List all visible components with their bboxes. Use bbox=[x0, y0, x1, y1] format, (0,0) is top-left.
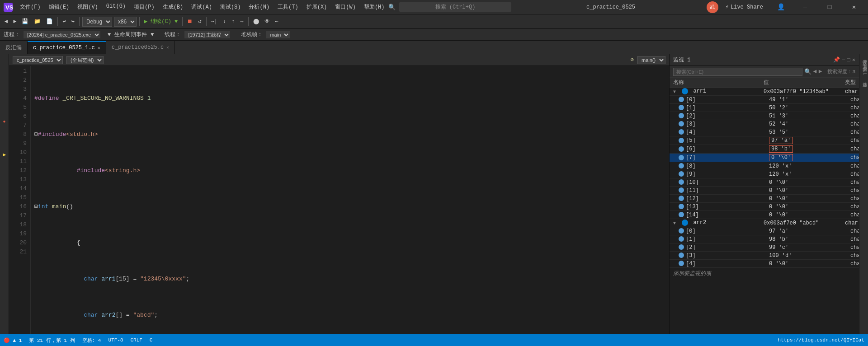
watch-arr1-11[interactable]: [11] 0 '\0' char bbox=[670, 187, 859, 195]
watch-close-icon[interactable]: ✕ bbox=[852, 56, 855, 63]
watch-arr2-2[interactable]: [2] 99 'c' char bbox=[670, 243, 859, 252]
search-magnify-icon[interactable]: 🔍 bbox=[804, 68, 811, 75]
menu-tools[interactable]: 工具(T) bbox=[274, 1, 302, 13]
menu-project[interactable]: 项目(P) bbox=[130, 1, 158, 13]
watch-arr1-13[interactable]: [13] 0 '\0' char bbox=[670, 203, 859, 211]
menu-window[interactable]: 窗口(W) bbox=[331, 1, 359, 13]
watch-arr1-8[interactable]: [8] 120 'x' char bbox=[670, 162, 859, 170]
editor-content[interactable]: 1 2 3 4 5 6 7 8 9 10 11 12 13 14 15 16 1… bbox=[9, 66, 669, 334]
save-button[interactable]: 💾 bbox=[20, 17, 30, 26]
stack-select[interactable]: main bbox=[266, 31, 290, 38]
watch-content[interactable]: ▼ arr1 0x003af7f0 "12345ab" char[15] [0]… bbox=[670, 88, 859, 334]
menu-debug[interactable]: 调试(A) bbox=[188, 1, 216, 13]
watch-arr1-7[interactable]: [7] 0 '\0' char bbox=[670, 154, 859, 162]
menu-test[interactable]: 测试(S) bbox=[217, 1, 245, 13]
sidebar-filter[interactable]: 筛选 bbox=[859, 77, 868, 80]
watch-arr2-1[interactable]: [1] 98 'b' char bbox=[670, 235, 859, 243]
tab-decompile[interactable]: 反汇编 bbox=[0, 41, 28, 54]
watch-arr1-5[interactable]: [5] 97 'a' char bbox=[670, 136, 859, 145]
step-into[interactable]: ↓ bbox=[221, 18, 228, 26]
main-toolbar: ◄ ► 💾 📁 📄 ↩ ↪ Debug x86 ▶ 继续(C) ▼ ⏹ ↺ →|… bbox=[0, 14, 868, 29]
watch-arr1-row[interactable]: ▼ arr1 0x003af7f0 "12345ab" char[15] bbox=[670, 88, 859, 96]
redo-button[interactable]: ↪ bbox=[70, 17, 76, 26]
step-over[interactable]: →| bbox=[209, 18, 219, 26]
undo-button[interactable]: ↩ bbox=[61, 17, 67, 26]
menu-build[interactable]: 生成(B) bbox=[159, 1, 187, 13]
watch-minimize-icon[interactable]: ─ bbox=[842, 57, 845, 63]
menu-git[interactable]: Git(G) bbox=[103, 1, 129, 13]
title-bar-title: c_practice_0525 bbox=[515, 4, 706, 10]
watch-arr2-row[interactable]: ▼ arr2 0x003af7e0 "abcd" char[5] bbox=[670, 219, 859, 227]
watch-arr1-12[interactable]: [12] 0 '\0' char bbox=[670, 195, 859, 203]
watch-arr1-1[interactable]: [1] 50 '2' char bbox=[670, 104, 859, 112]
search-nav-forward[interactable]: ► bbox=[819, 68, 822, 75]
process-label: 进程： bbox=[4, 31, 20, 38]
search-nav-back[interactable]: ◄ bbox=[813, 68, 817, 75]
restart-button[interactable]: ↺ bbox=[196, 17, 203, 26]
new-file[interactable]: 📄 bbox=[44, 17, 55, 26]
watch-arr1-2[interactable]: [2] 51 '3' char bbox=[670, 112, 859, 120]
breakpoint-button[interactable]: ⬤ bbox=[251, 17, 261, 26]
watch-arr1-14[interactable]: [14] 0 '\0' char bbox=[670, 211, 859, 219]
person-icon-btn[interactable]: 👤 bbox=[770, 0, 791, 14]
watch-arr1-3[interactable]: [3] 52 '4' char bbox=[670, 120, 859, 128]
watch-panel: 监视 1 📌 ─ □ ✕ 🔍 ◄ ► 搜索深度：3 名称 值 类型 ▼ bbox=[669, 54, 859, 334]
process-select[interactable]: [20264] c_practice_0525.exe bbox=[24, 31, 100, 38]
token: char bbox=[84, 311, 101, 320]
watch-arr1-6[interactable]: [6] 98 'b' char bbox=[670, 145, 859, 154]
watch-arr1-9[interactable]: [9] 120 'x' char bbox=[670, 170, 859, 178]
menu-help[interactable]: 帮助(H) bbox=[360, 1, 388, 13]
watch-maximize-icon[interactable]: □ bbox=[847, 57, 850, 63]
sidebar-git[interactable]: Git bbox=[859, 65, 868, 77]
function-select[interactable]: main() bbox=[637, 56, 665, 64]
sidebar-bookmark[interactable]: 书签 bbox=[859, 58, 868, 61]
arr1-expand[interactable]: ▼ bbox=[673, 89, 679, 94]
tab-c-practice-close[interactable]: ✕ bbox=[166, 45, 169, 50]
title-bar-search[interactable]: 搜索 (Ctrl+Q) bbox=[399, 2, 512, 12]
menu-analyze[interactable]: 分析(N) bbox=[245, 1, 273, 13]
arr1-5-type: char bbox=[850, 137, 859, 144]
watch-arr2-3[interactable]: [3] 100 'd' char bbox=[670, 252, 859, 260]
arr1-13-name: [13] bbox=[679, 204, 769, 210]
menu-view[interactable]: 视图(V) bbox=[74, 1, 102, 13]
watch-arr1-10[interactable]: [10] 0 '\0' char bbox=[670, 178, 859, 187]
stop-button[interactable]: ⏹ bbox=[185, 17, 194, 26]
live-share-button[interactable]: ⚡ Live Share bbox=[722, 0, 767, 14]
watch-arr2-4[interactable]: [4] 0 '\0' char bbox=[670, 260, 859, 268]
maximize-button[interactable]: □ bbox=[819, 0, 840, 14]
platform-dropdown[interactable]: x86 bbox=[114, 17, 137, 27]
arr1-7-name: [7] bbox=[679, 154, 769, 161]
tab-c-practice[interactable]: c_practice0525.c ✕ bbox=[106, 41, 175, 54]
debug-config-dropdown[interactable]: Debug bbox=[82, 17, 112, 27]
watch-arr2-0[interactable]: [0] 97 'a' char bbox=[670, 227, 859, 235]
watch-search-input[interactable] bbox=[673, 68, 802, 76]
menu-file[interactable]: 文件(F) bbox=[16, 1, 44, 13]
arr2-expand[interactable]: ▼ bbox=[673, 221, 679, 226]
watch-arr1-0[interactable]: [0] 49 '1' char bbox=[670, 96, 859, 104]
watch-button[interactable]: 👁 bbox=[263, 17, 272, 26]
menu-edit[interactable]: 编辑(E) bbox=[45, 1, 73, 13]
add-watch-item[interactable]: 添加要监视的项 bbox=[670, 268, 859, 279]
sidebar-search[interactable]: 搜索 bbox=[859, 54, 868, 58]
watch-pin-icon[interactable]: 📌 bbox=[833, 56, 840, 63]
step-out[interactable]: ↑ bbox=[230, 18, 236, 26]
continue-button[interactable]: ▶ 继续(C) ▼ bbox=[142, 17, 179, 26]
menu-extensions[interactable]: 扩展(X) bbox=[303, 1, 331, 13]
more-tools[interactable]: ⋯ bbox=[274, 17, 280, 26]
watch-arr1-4[interactable]: [4] 53 '5' char bbox=[670, 128, 859, 136]
global-scope-select[interactable]: (全局范围) bbox=[66, 56, 104, 64]
run-to-cursor[interactable]: → bbox=[238, 18, 245, 26]
thread-select[interactable]: [19712] 主线程 bbox=[184, 31, 230, 38]
file-scope-select[interactable]: c_practice_0525 bbox=[13, 56, 63, 64]
col-name: 名称 bbox=[673, 79, 764, 86]
open-button[interactable]: 📁 bbox=[32, 17, 42, 26]
code-editor[interactable]: #define _CRT_SECURE_NO_WARNINGS 1 ⊟#incl… bbox=[31, 66, 669, 334]
close-button[interactable]: ✕ bbox=[844, 0, 864, 14]
forward-button[interactable]: ► bbox=[11, 18, 18, 26]
tab-c-practice-1-close[interactable]: ✕ bbox=[98, 45, 100, 51]
sidebar-outline[interactable]: 大纲 bbox=[859, 61, 868, 65]
back-button[interactable]: ◄ bbox=[3, 18, 9, 26]
filter-icon[interactable]: ▼ bbox=[151, 32, 154, 38]
minimize-button[interactable]: ─ bbox=[795, 0, 816, 14]
tab-c-practice-1[interactable]: c_practice_0525_1.c ✕ bbox=[28, 41, 106, 54]
